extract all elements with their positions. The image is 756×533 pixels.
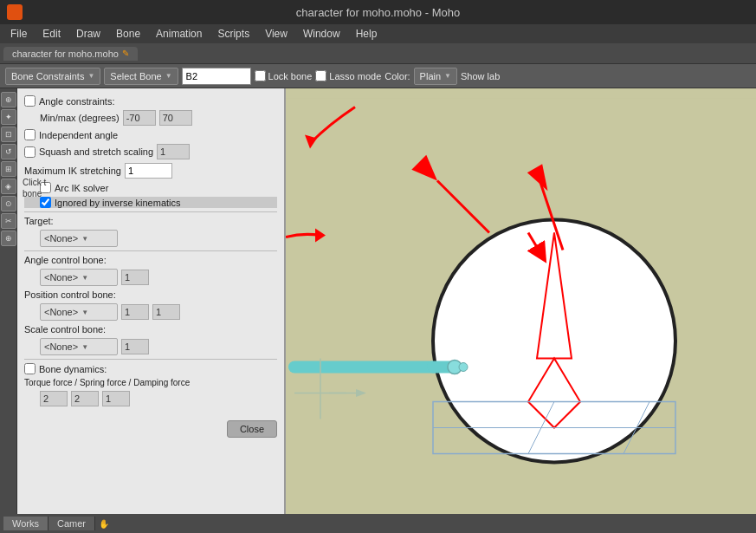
menu-animation[interactable]: Animation (149, 26, 209, 42)
scale-bone-row: <None> ▼ (24, 338, 277, 355)
angle-bone-label: Angle control bone: (24, 255, 107, 265)
target-arrow-icon: ▼ (81, 235, 88, 243)
color-arrow-icon: ▼ (444, 72, 451, 80)
svg-point-13 (459, 363, 468, 372)
tool-btn-1[interactable]: ⊕ (1, 92, 16, 107)
minmax-row: Min/max (degrees) (24, 110, 277, 126)
main-area: ⊕ ✦ ⊡ ↺ ⊞ ◈ ⊙ ✂ ⊕ Click t bone ct more t… (0, 88, 756, 533)
bone-dynamics-checkbox[interactable] (24, 363, 36, 374)
position-bone-row: <None> ▼ (24, 303, 277, 321)
tool-btn-9[interactable]: ⊕ (1, 231, 16, 246)
angle-bone-dropdown[interactable]: <None> ▼ (40, 269, 118, 286)
tab-bar: character for moho.moho ✎ (0, 43, 756, 64)
angle-bone-none: <None> (44, 272, 78, 283)
tool-btn-8[interactable]: ✂ (1, 213, 16, 229)
position-bone-val2[interactable] (152, 304, 180, 320)
show-labels-label: Show lab (461, 71, 500, 81)
lock-bone-label: Lock bone (255, 70, 313, 81)
scale-bone-val[interactable] (121, 339, 149, 354)
color-label: Color: (384, 71, 410, 81)
target-label: Target: (24, 216, 54, 226)
menu-view[interactable]: View (258, 26, 294, 42)
dropdown-arrow2-icon: ▼ (165, 72, 172, 80)
menu-file[interactable]: File (3, 26, 34, 42)
minmax-label: Min/max (degrees) (40, 113, 120, 123)
max-ik-label: Maximum IK stretching (24, 166, 121, 176)
tool-btn-2[interactable]: ✦ (1, 109, 16, 125)
left-tool-sidebar: ⊕ ✦ ⊡ ↺ ⊞ ◈ ⊙ ✂ ⊕ (0, 88, 17, 533)
click-instruction-text: Click t bone (23, 177, 62, 199)
tool-btn-3[interactable]: ⊡ (1, 127, 16, 142)
position-bone-arrow-icon: ▼ (81, 309, 88, 316)
bone-dynamics-row: Bone dynamics: (24, 363, 277, 374)
color-dropdown[interactable]: Plain ▼ (414, 68, 457, 85)
min-input[interactable] (123, 110, 156, 126)
tool-btn-7[interactable]: ⊙ (1, 196, 16, 211)
arc-ik-label: Arc IK solver (55, 183, 108, 193)
camera-tab[interactable]: Camer (48, 517, 95, 530)
torque-label: Torque force / Spring force / Damping fo… (24, 378, 190, 387)
separator-2 (24, 250, 277, 251)
close-button[interactable]: Close (227, 420, 277, 438)
angle-bone-row: <None> ▼ (24, 269, 277, 286)
independent-angle-checkbox[interactable] (24, 129, 36, 140)
angle-constraints-row: Angle constraints: (24, 95, 277, 107)
damping-input[interactable] (102, 391, 130, 406)
position-bone-label: Position control bone: (24, 289, 116, 300)
title-bar: character for moho.moho - Moho (0, 0, 756, 24)
menu-help[interactable]: Help (349, 26, 384, 42)
torque-label-row: Torque force / Spring force / Damping fo… (24, 378, 277, 387)
select-bone-label: Select Bone (110, 71, 161, 81)
torque-input[interactable] (40, 391, 68, 406)
squash-stretch-label: Squash and stretch scaling (39, 146, 153, 157)
menu-edit[interactable]: Edit (36, 26, 68, 42)
menu-window[interactable]: Window (296, 26, 347, 42)
spring-input[interactable] (71, 391, 99, 406)
works-tab[interactable]: Works (3, 517, 48, 530)
max-ik-input[interactable] (125, 163, 172, 179)
menu-draw[interactable]: Draw (69, 26, 107, 42)
position-bone-val1[interactable] (121, 304, 149, 320)
position-bone-label-row: Position control bone: (24, 289, 277, 300)
angle-bone-label-row: Angle control bone: (24, 255, 277, 265)
torque-vals-row (24, 391, 277, 406)
scale-bone-none: <None> (44, 341, 78, 352)
select-bone-dropdown[interactable]: Select Bone ▼ (104, 68, 178, 85)
tab-label: character for moho.moho (12, 49, 119, 59)
tool-btn-5[interactable]: ⊞ (1, 161, 16, 177)
tool-btn-4[interactable]: ↺ (1, 144, 16, 159)
scale-bone-label: Scale control bone: (24, 324, 106, 335)
position-bone-dropdown[interactable]: <None> ▼ (40, 303, 118, 321)
bone-name-input[interactable] (182, 68, 251, 85)
separator-1 (24, 211, 277, 212)
tab-moho[interactable]: character for moho.moho ✎ (3, 47, 138, 61)
squash-val-input[interactable] (157, 144, 190, 159)
scale-bone-arrow-icon: ▼ (81, 343, 88, 351)
bone-constraints-label: Bone Constraints (11, 71, 84, 81)
app-icon (7, 4, 23, 20)
hand-icon[interactable]: ✋ (99, 519, 109, 529)
menu-scripts[interactable]: Scripts (210, 26, 256, 42)
target-dropdown-row: <None> ▼ (24, 230, 277, 247)
close-btn-container: Close (24, 413, 277, 438)
svg-point-2 (433, 220, 675, 463)
bone-constraints-dropdown[interactable]: Bone Constraints ▼ (5, 68, 100, 85)
canvas-svg (286, 88, 756, 533)
menu-bone[interactable]: Bone (109, 26, 147, 42)
angle-bone-val[interactable] (121, 270, 149, 285)
window-title: character for moho.moho - Moho (296, 6, 460, 19)
tool-btn-6[interactable]: ◈ (1, 179, 16, 194)
target-dropdown[interactable]: <None> ▼ (40, 230, 118, 247)
color-value: Plain (420, 71, 441, 81)
bottom-bar: Works Camer ✋ (0, 514, 756, 533)
toolbar: Bone Constraints ▼ Select Bone ▼ Lock bo… (0, 64, 756, 88)
menu-bar: File Edit Draw Bone Animation Scripts Vi… (0, 24, 756, 43)
scale-bone-dropdown[interactable]: <None> ▼ (40, 338, 118, 355)
lasso-mode-checkbox[interactable] (315, 70, 326, 81)
lock-bone-checkbox[interactable] (255, 70, 266, 81)
squash-stretch-checkbox[interactable] (24, 146, 36, 158)
max-input[interactable] (159, 110, 192, 126)
dropdown-arrow-icon: ▼ (87, 72, 94, 80)
angle-bone-arrow-icon: ▼ (81, 274, 88, 282)
angle-constraints-checkbox[interactable] (24, 95, 36, 107)
